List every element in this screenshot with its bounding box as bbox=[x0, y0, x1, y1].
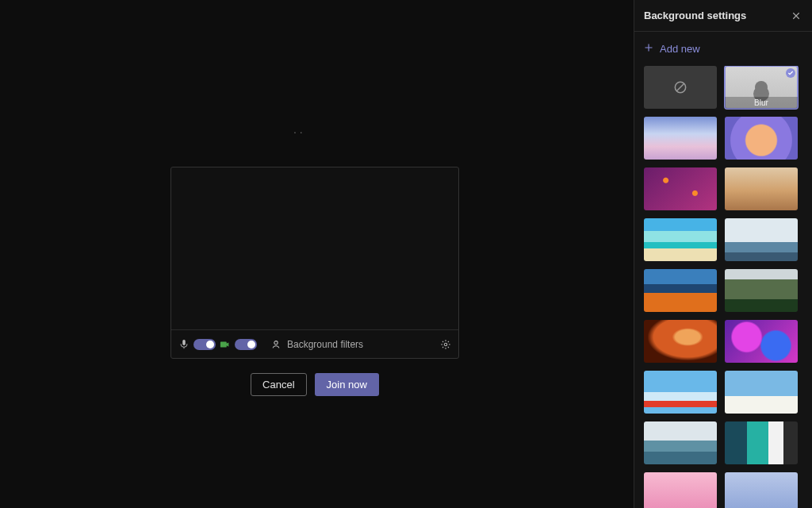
avatar-icon bbox=[755, 81, 768, 94]
panel-title: Background settings bbox=[644, 10, 746, 21]
person-blur-icon bbox=[270, 338, 282, 351]
camera-toggle[interactable] bbox=[235, 339, 257, 350]
preview-toolbar: Background filters bbox=[171, 329, 458, 358]
background-option-cozy[interactable] bbox=[725, 167, 798, 210]
plus-icon bbox=[644, 43, 653, 55]
video-preview: Background filters bbox=[170, 167, 459, 359]
background-option-bauble[interactable] bbox=[725, 117, 798, 160]
close-icon[interactable] bbox=[790, 10, 802, 22]
background-settings-panel: Background settings Add new Blur bbox=[634, 0, 812, 508]
background-option-blue[interactable] bbox=[725, 472, 798, 508]
selected-check-icon bbox=[786, 68, 795, 78]
background-option-label: Blur bbox=[725, 97, 798, 109]
panel-header: Background settings bbox=[634, 0, 812, 32]
background-option-sky[interactable] bbox=[725, 371, 798, 414]
background-option-blur[interactable]: Blur bbox=[725, 66, 798, 109]
mic-icon bbox=[178, 338, 190, 351]
background-grid: Blur bbox=[644, 66, 806, 508]
add-new-button[interactable]: Add new bbox=[634, 32, 812, 66]
none-icon bbox=[672, 79, 688, 95]
waiting-indicator: · · bbox=[293, 125, 303, 138]
background-option-winter[interactable] bbox=[644, 117, 717, 160]
preview-video-area bbox=[171, 167, 458, 329]
cancel-button[interactable]: Cancel bbox=[251, 373, 306, 396]
mic-toggle[interactable] bbox=[193, 339, 216, 350]
add-new-label: Add new bbox=[660, 43, 700, 55]
action-buttons: Cancel Join now bbox=[170, 373, 459, 396]
background-option-none[interactable] bbox=[644, 66, 717, 109]
background-filters-button[interactable]: Background filters bbox=[265, 337, 368, 352]
background-option-pink[interactable] bbox=[644, 472, 717, 508]
background-option-ocean[interactable] bbox=[644, 421, 717, 464]
background-grid-scroll[interactable]: Blur bbox=[634, 66, 812, 508]
main-stage: · · Background filters Cancel bbox=[0, 0, 634, 508]
background-option-canyon-red[interactable] bbox=[644, 320, 717, 363]
background-option-beach[interactable] bbox=[644, 218, 717, 261]
background-option-canyon-orange[interactable] bbox=[644, 269, 717, 312]
background-option-confetti[interactable] bbox=[644, 167, 717, 210]
filters-label: Background filters bbox=[287, 339, 363, 350]
svg-point-0 bbox=[274, 341, 278, 344]
background-option-nebula[interactable] bbox=[725, 320, 798, 363]
background-option-coast[interactable] bbox=[725, 218, 798, 261]
background-option-office[interactable] bbox=[725, 421, 798, 464]
join-now-button[interactable]: Join now bbox=[315, 373, 379, 396]
camera-icon bbox=[219, 338, 232, 351]
svg-point-1 bbox=[444, 343, 447, 346]
background-option-plane[interactable] bbox=[644, 371, 717, 414]
background-option-valley[interactable] bbox=[725, 269, 798, 312]
settings-gear-icon[interactable] bbox=[439, 338, 452, 351]
